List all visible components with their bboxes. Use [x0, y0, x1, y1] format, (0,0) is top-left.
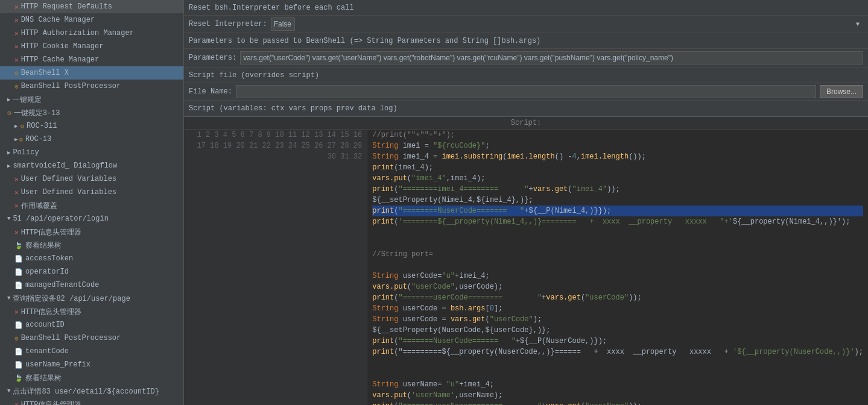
arrow-right-icon: ▶ — [14, 136, 17, 143]
sidebar: ✕ HTTP Request Defaults ✕ DNS Cache Mana… — [0, 0, 184, 405]
main-panel: Reset bsh.Interpreter before each call R… — [184, 0, 868, 405]
sidebar-label: tenantCode — [25, 347, 69, 356]
sidebar-item-access-token[interactable]: 📄 accessToken — [0, 252, 183, 265]
browse-button[interactable]: Browse... — [820, 85, 863, 98]
sidebar-item-zuoyong[interactable]: ✕ 作用域覆盖 — [0, 199, 183, 212]
sidebar-item-dns-cache[interactable]: ✕ DNS Cache Manager — [0, 13, 183, 27]
script-area: Script: 1 2 3 4 5 6 7 8 9 10 11 12 13 14… — [184, 117, 868, 405]
sidebar-label: 一键规定3-13 — [14, 108, 60, 118]
leaf-blue-icon: 📄 — [14, 281, 23, 289]
sidebar-label: 51 /api/operator/login — [13, 215, 108, 223]
gear-icon: ⚙ — [19, 136, 23, 143]
cross-icon: ✕ — [14, 43, 19, 51]
cross-icon: ✕ — [14, 189, 19, 196]
sidebar-label: HTTP Request Defaults — [21, 2, 112, 11]
sidebar-item-user-vars-1[interactable]: ✕ User Defined Variables — [0, 172, 183, 186]
sidebar-item-tenantcode[interactable]: 📄 tenantCode — [0, 345, 183, 358]
sidebar-label: DNS Cache Manager — [21, 16, 95, 24]
cross-icon: ✕ — [14, 16, 19, 24]
sidebar-item-http-auth[interactable]: ✕ HTTP Authorization Manager — [0, 27, 183, 40]
reset-interpreter-row: Reset Interpreter: False True ▼ — [184, 16, 868, 33]
beanshell-icon: ⚙ — [14, 83, 19, 90]
sidebar-item-http-request-defaults[interactable]: ✕ HTTP Request Defaults — [0, 0, 183, 13]
cross-icon: ✕ — [14, 308, 19, 316]
cross-icon: ✕ — [14, 30, 19, 37]
code-content[interactable]: //print(""+""+"+");String imei = "${rcuC… — [367, 130, 868, 405]
sidebar-item-82-api[interactable]: ▼ 查询指定设备82 /api/user/page — [0, 292, 183, 305]
cross-icon: ✕ — [14, 228, 19, 236]
sidebar-label: accountID — [25, 321, 65, 329]
sidebar-item-http-cache[interactable]: ✕ HTTP Cache Manager — [0, 53, 183, 66]
sidebar-label: smartvoiceId_ Dialogflow — [13, 162, 117, 170]
sidebar-item-policy[interactable]: ▶ Policy — [0, 146, 183, 159]
arrow-down-icon: ▼ — [7, 388, 10, 394]
sidebar-item-username-prefix[interactable]: 📄 userName_Prefix — [0, 358, 183, 371]
sidebar-label: userName_Prefix — [25, 360, 90, 369]
parameters-row: Parameters: — [184, 49, 868, 68]
sidebar-item-operatorid[interactable]: 📄 operatorId — [0, 265, 183, 278]
sidebar-item-managed-tenant[interactable]: 📄 managedTenantCode — [0, 278, 183, 292]
sidebar-item-roc-311[interactable]: ▶ ⚙ ROC-311 — [0, 119, 183, 133]
sidebar-item-yijian-3-13[interactable]: ⚙ 一键规定3-13 — [0, 106, 183, 119]
script-section-row: Script (variables: ctx vars props prev d… — [184, 101, 868, 116]
sidebar-label: User Defined Variables — [21, 175, 116, 183]
leaf-blue-icon: 📄 — [14, 268, 23, 276]
leaf-blue-icon: 📄 — [14, 348, 23, 356]
sidebar-label: HTTP信息头管理器 — [21, 227, 82, 237]
sidebar-item-beanshell-x[interactable]: ⚙ BeanShell X — [0, 66, 183, 80]
sidebar-label: BeanShell X — [21, 69, 69, 77]
script-label-bar: Script: — [184, 117, 868, 130]
leaf-blue-icon: 📄 — [14, 321, 23, 329]
sidebar-label: User Defined Variables — [21, 188, 116, 196]
reset-interpreter-select[interactable]: False True — [271, 17, 295, 31]
arrow-right-icon: ▶ — [7, 149, 10, 156]
script-section-label: Script (variables: ctx vars props prev d… — [189, 104, 398, 113]
cross-icon: ✕ — [14, 401, 19, 406]
sidebar-item-51-api[interactable]: ▼ 51 /api/operator/login — [0, 212, 183, 225]
script-file-row: Script file (overrides script) — [184, 68, 868, 83]
cross-icon: ✕ — [14, 3, 19, 11]
sidebar-label: HTTP Cache Manager — [21, 55, 100, 64]
leaf-blue-icon: 📄 — [14, 361, 23, 369]
sidebar-item-http-header-2[interactable]: ✕ HTTP信息头管理器 — [0, 305, 183, 318]
sidebar-item-result-tree-1[interactable]: 🍃 察看结果树 — [0, 239, 183, 252]
sidebar-item-http-cookie[interactable]: ✕ HTTP Cookie Manager — [0, 40, 183, 53]
sidebar-label: HTTP Authorization Manager — [21, 29, 134, 37]
reset-interpreter-label: Reset Interpreter: — [189, 20, 267, 28]
sidebar-item-yijian-guiding[interactable]: ▶ 一键规定 — [0, 93, 183, 106]
reset-row: Reset bsh.Interpreter before each call — [184, 0, 868, 16]
reset-interpreter-wrapper[interactable]: False True ▼ — [271, 17, 863, 31]
file-name-input[interactable] — [236, 85, 816, 98]
line-numbers: 1 2 3 4 5 6 7 8 9 10 11 12 13 14 15 16 1… — [184, 130, 367, 405]
sidebar-item-smartvoice[interactable]: ▶ smartvoiceId_ Dialogflow — [0, 159, 183, 172]
sidebar-item-result-tree-2[interactable]: 🍃 察看结果树 — [0, 371, 183, 385]
sidebar-item-user-vars-2[interactable]: ✕ User Defined Variables — [0, 186, 183, 199]
code-container[interactable]: 1 2 3 4 5 6 7 8 9 10 11 12 13 14 15 16 1… — [184, 130, 868, 405]
sidebar-item-http-header-1[interactable]: ✕ HTTP信息头管理器 — [0, 225, 183, 239]
sidebar-label: ROC-13 — [25, 135, 51, 143]
sidebar-label: 点击详情83 user/detail/${accountID} — [13, 386, 159, 397]
parameters-header-row: Parameters to be passed to BeanShell (=>… — [184, 33, 868, 49]
sidebar-item-roc-13[interactable]: ▶ ⚙ ROC-13 — [0, 133, 183, 146]
sidebar-label: operatorId — [25, 268, 69, 276]
beanshell-icon: ⚙ — [14, 69, 19, 77]
arrow-down-icon: ▼ — [7, 295, 10, 301]
sidebar-item-beanshell-post[interactable]: ⚙ BeanShell PostProcessor — [0, 80, 183, 93]
sidebar-label: 查询指定设备82 /api/user/page — [13, 294, 130, 304]
sidebar-label: 察看结果树 — [25, 240, 62, 251]
sidebar-label: HTTP信息头管理器 — [21, 400, 82, 406]
cross-icon: ✕ — [14, 56, 19, 64]
filename-row: File Name: Browse... — [184, 83, 868, 101]
script-label: Script: — [511, 119, 541, 127]
sidebar-item-http-header-3[interactable]: ✕ HTTP信息头管理器 — [0, 398, 183, 405]
script-file-label: Script file (overrides script) — [189, 71, 319, 80]
sidebar-item-83-api[interactable]: ▼ 点击详情83 user/detail/${accountID} — [0, 385, 183, 398]
arrow-right-icon: ▶ — [7, 96, 10, 103]
leaf-icon: 🍃 — [14, 374, 23, 382]
sidebar-label: BeanShell PostProcessor — [21, 334, 121, 342]
sidebar-label: BeanShell PostProcessor — [21, 82, 121, 90]
parameters-input[interactable] — [240, 51, 863, 64]
sidebar-item-accountid[interactable]: 📄 accountID — [0, 318, 183, 331]
cross-icon: ✕ — [14, 175, 19, 183]
sidebar-item-beanshell-post-2[interactable]: ⚙ BeanShell PostProcessor — [0, 331, 183, 345]
